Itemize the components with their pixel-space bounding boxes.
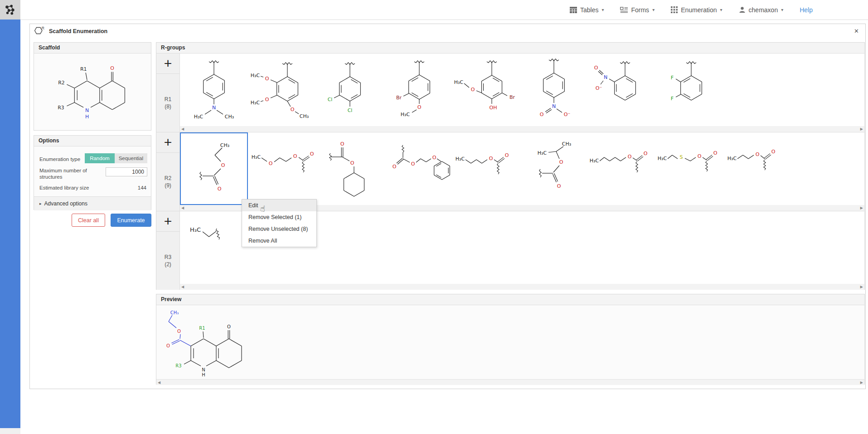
svg-text:O: O [293,153,297,159]
svg-text:O: O [166,343,170,348]
nav-enumeration[interactable]: Enumeration ▾ [671,6,722,14]
rgroup-cell-r2-2[interactable]: H₃COOO [248,132,316,205]
molecule-drawing: ClCl [316,54,384,124]
top-bar: Tables ▾ Forms ▾ Enumerati [0,0,868,20]
svg-text:O: O [218,186,222,192]
svg-text:CH₃: CH₃ [225,114,234,120]
molecule-drawing: H₃COBrOH [452,54,520,124]
svg-text:O: O [411,161,415,167]
rgroup-row-label: R1(8) [156,74,179,132]
sequential-toggle-option[interactable]: Sequential [115,153,147,163]
nav-user-label: chemaxon [749,6,778,14]
svg-text:O: O [432,155,436,161]
scroll-left-icon[interactable]: ◀ [181,205,184,211]
scroll-left-icon[interactable]: ◀ [181,126,184,132]
rgroup-cells: NH₃CCH₃OH₃COH₃COCH₃ClClBrOH₃CH₃COBrOHNOO… [180,54,864,126]
rgroup-cell-r3-1[interactable]: H₃C [180,211,248,284]
rgroups-panel: R-groups +R1(8)NH₃CCH₃OH₃COH₃COCH₃ClClBr… [156,42,865,290]
menu-item-edit[interactable]: Edit [242,200,316,211]
svg-text:O: O [221,162,225,168]
add-r1-button[interactable]: + [156,54,179,74]
rgroup-cell-r1-4[interactable]: BrOH₃C [384,54,452,126]
svg-text:O: O [505,152,509,158]
svg-text:R2: R2 [58,79,65,85]
svg-text:S: S [680,154,683,160]
preview-body: CH₃OOOR1R3NH ◀ ▶ [156,305,864,385]
scroll-left-icon[interactable]: ◀ [158,380,160,385]
molecule-drawing: OH₃COH₃COCH₃ [248,54,316,124]
rgroups-panel-header: R-groups [156,43,864,54]
options-panel: Options Enumeration type Random Sequenti… [34,135,151,210]
scroll-right-icon[interactable]: ▶ [860,126,863,132]
rgroup-cell-r1-7[interactable]: NOO⁻ [588,54,656,126]
chevron-down-icon: ▾ [601,7,604,12]
rgroup-cell-r1-2[interactable]: OH₃COH₃COCH₃ [248,54,316,126]
svg-text:H₃C: H₃C [401,112,410,117]
dialog-title: Scaffold Enumeration [49,28,107,34]
svg-text:H₃C: H₃C [454,79,464,85]
svg-text:O: O [269,161,273,166]
molecule-drawing: CH₃OO [181,133,249,204]
svg-text:O: O [227,324,231,329]
rgroup-cell-r1-6[interactable]: NOO⁻ [520,54,588,126]
svg-text:H₃C: H₃C [590,158,599,164]
scroll-right-icon[interactable]: ▶ [860,284,863,290]
scaffold-structure[interactable]: R1OR2R3NH [34,54,151,141]
add-r3-button[interactable]: + [156,211,179,232]
svg-text:OH: OH [490,105,497,111]
rgroup-cell-r2-9[interactable]: H₃COO [724,132,792,205]
molecule-drawing: CH₃H₃COO [520,132,588,203]
rgroup-row-content: NH₃CCH₃OH₃COH₃COCH₃ClClBrOH₃CH₃COBrOHNOO… [180,54,864,132]
rgroup-cell-r2-3[interactable]: OO [316,132,384,205]
rgroup-row-r1: +R1(8)NH₃CCH₃OH₃COH₃COCH₃ClClBrOH₃CH₃COB… [156,54,864,132]
clear-all-button[interactable]: Clear all [72,214,105,227]
advanced-options-toggle[interactable]: ▸ Advanced options [34,196,151,210]
svg-text:O: O [340,141,344,147]
close-icon[interactable]: ✕ [854,28,859,34]
svg-text:O: O [291,107,295,112]
max-structures-input[interactable] [106,167,147,176]
rgroup-cell-r2-1[interactable]: CH₃OO [180,132,248,205]
rgroup-cell-r1-1[interactable]: NH₃CCH₃ [180,54,248,126]
rgroup-cell-r2-8[interactable]: H₃CSOO [656,132,724,205]
scaffold-panel-header: Scaffold [34,43,151,54]
menu-item-remove-selected[interactable]: Remove Selected (1) [242,211,316,223]
molecule-drawing: NOO⁻ [588,54,656,124]
forms-icon [620,7,628,13]
random-toggle-option[interactable]: Random [85,153,114,163]
svg-text:H₃C: H₃C [194,114,204,120]
scaffold-enumeration-icon: R [34,27,44,36]
scroll-right-icon[interactable]: ▶ [860,205,863,211]
rgroup-cell-r1-5[interactable]: H₃COBrOH [452,54,520,126]
rgroup-row-sidebar: +R1(8) [156,54,180,132]
menu-item-remove-unselected[interactable]: Remove Unselected (8) [242,223,316,235]
rgroup-cell-r2-5[interactable]: H₃COO [452,132,520,205]
svg-text:O: O [265,97,269,102]
rgroup-cell-r1-8[interactable]: FF [656,54,724,126]
menu-item-remove-all[interactable]: Remove All [242,235,316,247]
add-r2-button[interactable]: + [156,132,179,153]
rgroup-cell-r1-3[interactable]: ClCl [316,54,384,126]
user-icon [739,6,746,13]
scroll-right-icon[interactable]: ▶ [860,380,863,385]
svg-text:H₃C: H₃C [251,73,260,78]
help-link[interactable]: Help [800,6,813,14]
rgroup-cell-r2-6[interactable]: CH₃H₃COO [520,132,588,205]
preview-scrollbar[interactable]: ◀ ▶ [156,379,864,385]
svg-text:O: O [771,149,776,155]
nav-user-menu[interactable]: chemaxon ▾ [739,6,784,14]
enumerate-button[interactable]: Enumerate [111,214,151,227]
rgroup-cell-r2-4[interactable]: OOO [384,132,452,205]
rgroup-cell-r2-7[interactable]: H₃COO [588,132,656,205]
rgroup-row-scrollbar[interactable]: ◀▶ [180,284,864,290]
molecule-drawing: H₃COOO [248,132,316,203]
estimated-size-value: 144 [138,185,146,190]
molecule-drawing: H₃COO [588,132,656,203]
rgroup-row-scrollbar[interactable]: ◀▶ [180,126,864,132]
app-logo[interactable] [0,0,20,20]
svg-text:CH₃: CH₃ [300,113,309,119]
nav-forms[interactable]: Forms ▾ [620,6,655,14]
nav-tables[interactable]: Tables ▾ [570,6,604,14]
svg-text:O⁻: O⁻ [596,85,602,91]
scroll-left-icon[interactable]: ◀ [181,284,184,290]
